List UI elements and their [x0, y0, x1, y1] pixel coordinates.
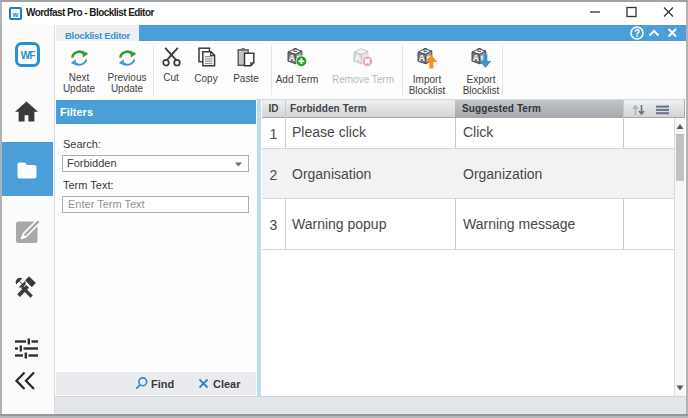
svg-text:A: A — [355, 53, 361, 63]
svg-text:C: C — [477, 47, 481, 53]
svg-text:w: w — [12, 11, 19, 18]
svg-text:C: C — [423, 47, 427, 53]
svg-text:?: ? — [634, 28, 640, 39]
svg-text:A: A — [289, 53, 295, 63]
svg-text:C: C — [293, 47, 297, 53]
svg-text:A: A — [473, 53, 479, 63]
svg-text:WF: WF — [21, 50, 35, 61]
svg-text:A: A — [419, 53, 425, 63]
